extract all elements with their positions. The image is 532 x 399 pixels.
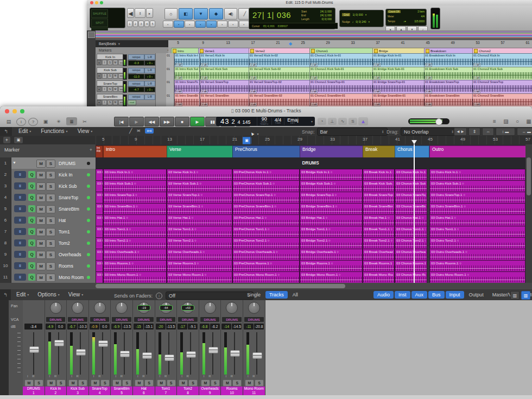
pt-s-button[interactable]: S — [107, 86, 112, 92]
mute-button[interactable]: M — [135, 379, 144, 387]
region-prechorus-tom2[interactable]: 03 PreChorus Tom2.1 ○ — [232, 237, 300, 249]
pt-edit-option-icon[interactable]: ▪ — [206, 21, 217, 28]
mixer-filter-tracks[interactable]: Tracks — [265, 291, 288, 299]
region-break-snarebtm[interactable]: 03 Break SnareBtm.1 ○ — [363, 203, 395, 215]
lcd-tick[interactable]: 145 — [243, 120, 251, 125]
region-bridge-snaretop[interactable]: 03 Bridge SnareTop.1 ○ — [300, 192, 363, 204]
editors-icon[interactable]: ✂ — [79, 117, 90, 125]
track-zoom-icon[interactable]: ▣ — [14, 137, 23, 143]
mute-button[interactable]: M — [24, 379, 34, 387]
volume-fader[interactable] — [164, 354, 174, 361]
audio-waveform-icon[interactable]: ʬ — [14, 171, 26, 178]
track-header-rooms[interactable]: 10ʬQMSRooms — [0, 260, 96, 272]
pt-track-name[interactable]: SnareTop — [97, 80, 124, 86]
vca-assignment[interactable]: DRUMS — [112, 317, 131, 322]
forward-button[interactable]: ▶▶ — [160, 117, 174, 126]
region-intro-hat[interactable]: 03 Intro Hat.1 ○ — [103, 214, 167, 226]
pt-m-button[interactable]: M — [113, 100, 118, 105]
pt-s-button[interactable]: S — [107, 60, 112, 65]
play-from-selection-button[interactable]: ▶ — [129, 117, 144, 126]
vca-assignment[interactable]: DRUMS — [178, 317, 198, 322]
input-monitor-record-buttons[interactable]: I R — [115, 375, 124, 378]
pt-end-value[interactable]: 24| 1| 000 — [313, 14, 332, 17]
solo-button[interactable]: S — [46, 160, 55, 168]
pt-tempo-value[interactable]: 115.0000 — [414, 20, 425, 23]
region-fill[interactable]: 03 I — [96, 226, 103, 238]
pt-pan-value[interactable]: ‹ 0 › — [144, 60, 155, 66]
count-in-icon[interactable]: ◔ — [318, 118, 326, 125]
trim-tool-icon[interactable]: ◧ — [179, 8, 193, 20]
solo-button[interactable]: S — [46, 228, 55, 236]
region-bridge-overheads[interactable]: 03 Bridge Overheads.1 ○ — [300, 249, 363, 261]
solo-button[interactable]: S — [211, 379, 220, 387]
pt-region[interactable]: 01 Verse2 Kick In-020 dB — [249, 53, 310, 68]
track-header-drums[interactable]: 1▼MSDRUMS — [0, 157, 96, 169]
horizontal-auto-zoom-icon[interactable]: ⇔ — [482, 128, 494, 136]
volume-db-value[interactable]: -15 — [134, 324, 143, 330]
lp-titlebar[interactable]: ▯ 03 090 E Multi-Drums - Tracks — [0, 106, 532, 116]
volume-fader[interactable] — [54, 340, 64, 346]
pt-pan-value[interactable]: ‹ 0 › — [144, 74, 155, 79]
strip-name-plate[interactable]: Rooms10 — [221, 387, 243, 395]
volume-db-value[interactable]: -0.9 — [90, 324, 99, 330]
strip-name-plate[interactable]: Kick In2 — [45, 387, 67, 395]
zoom-out-icon[interactable]: ◂ — [127, 8, 134, 18]
region-fill[interactable]: 03 I — [96, 249, 103, 261]
volume-db-value[interactable]: -14 — [221, 324, 231, 330]
solo-icon[interactable]: S — [349, 118, 357, 125]
back-arrow-icon[interactable]: ↰ — [0, 289, 11, 300]
rewind-button[interactable]: ◀◀ — [144, 117, 159, 126]
pt-mode-spot[interactable]: SPOT — [91, 18, 108, 27]
pan-knob[interactable] — [204, 302, 216, 314]
region-fill[interactable]: 03 I — [96, 260, 103, 272]
mute-button[interactable]: M — [36, 239, 46, 248]
strip-name-plate[interactable]: Hat6 — [133, 387, 155, 395]
pt-zoom-preset-2[interactable]: 2 — [133, 21, 138, 27]
region-intro-tom2[interactable]: 03 Intro Tom2.1 ○ — [103, 237, 167, 249]
region-outro-kick-sub[interactable]: 03 Outro Kick Sub.1 ○ — [429, 180, 525, 192]
pt-edit-option-icon[interactable]: ▪ — [174, 21, 184, 28]
mixer-filter-bus[interactable]: Bus — [428, 291, 445, 299]
pt-main-location[interactable]: 27| 1| 036 — [252, 10, 291, 20]
mute-button[interactable]: M — [157, 379, 166, 387]
pt-countoff-label[interactable]: Count Off — [388, 10, 401, 13]
arrangement-section-outro[interactable]: Outro — [429, 145, 528, 159]
horizontal-zoom-slider[interactable]: ↔ ▬ — [517, 128, 532, 136]
pt-length-value[interactable]: 0| 0| 000 — [313, 17, 332, 21]
region-outro-kick-in[interactable]: 03 Outro Kick In.1 ○ — [429, 169, 525, 181]
vertical-scrollbar[interactable] — [525, 144, 532, 283]
region-prechorus-rooms[interactable]: 03 PreChorus Rooms.1 ○ — [232, 260, 300, 272]
channel-strip-hat[interactable]: -19DRUMS-15-15.1I RMSHat6 — [133, 300, 155, 395]
arrangement-section-break[interactable]: Break — [363, 145, 397, 159]
pt-i-button[interactable]: I — [102, 86, 107, 92]
solo-button[interactable]: S — [46, 194, 55, 202]
volume-db-value[interactable]: -11 — [244, 324, 254, 330]
mute-button[interactable]: M — [112, 379, 122, 387]
channel-strip-tom1[interactable]: -64DRUMS-20-13.5I RMSTom17 — [155, 300, 178, 395]
track-header-tom2[interactable]: 8ʬQMSTom2 — [0, 237, 96, 249]
region-outro-rooms[interactable]: 03 Outro Rooms.1 ○ — [429, 260, 525, 272]
region-verse-kick-sub[interactable]: 03 Verse Kick Sub.1 ○ — [167, 180, 232, 192]
channel-strip-kick-sub[interactable]: DRUMS-6.7-10.3I RMSKick Sub3 — [67, 300, 89, 395]
strip-name-plate[interactable]: SnareBtm5 — [111, 387, 132, 395]
vca-assignment[interactable]: DRUMS — [200, 317, 220, 322]
smart-controls-icon[interactable]: ✳ — [53, 117, 64, 125]
region-bridge-tom2[interactable]: 03 Bridge Tom2.1 ○ — [300, 237, 363, 249]
pt-output-selector[interactable]: L-R — [144, 81, 155, 86]
zoom-waveform-icon[interactable]: ⇕ — [135, 8, 145, 18]
note-pads-icon[interactable]: ▨ — [502, 117, 510, 125]
pt-rail-box[interactable] — [88, 31, 95, 38]
region-intro-kick-sub[interactable]: 03 Intro Kick Sub.1 ○ — [103, 180, 167, 192]
pt-region[interactable]: 01 Intro SnareTop0 dB — [174, 80, 200, 94]
mixer-filter-inst[interactable]: Inst — [395, 291, 410, 299]
quantize-button[interactable]: Q — [28, 205, 35, 212]
pan-knob[interactable] — [72, 302, 84, 314]
region-bridge-snarebtm[interactable]: 03 Bridge SnareBtm.1 ○ — [300, 203, 363, 215]
drag-control[interactable]: Drag: No Overlap⇕ — [387, 128, 457, 136]
record-enable-icon[interactable]: ● — [97, 100, 102, 105]
menu-functions[interactable]: Functions▾ — [41, 128, 67, 134]
mute-button[interactable]: M — [201, 379, 210, 387]
volume-db-value[interactable]: -6.7 — [67, 324, 77, 330]
region-prechorus-mono-room[interactable]: 03 PreChorus Mono Room.1 ○ — [232, 271, 300, 283]
pt-m-button[interactable]: M — [113, 60, 118, 65]
